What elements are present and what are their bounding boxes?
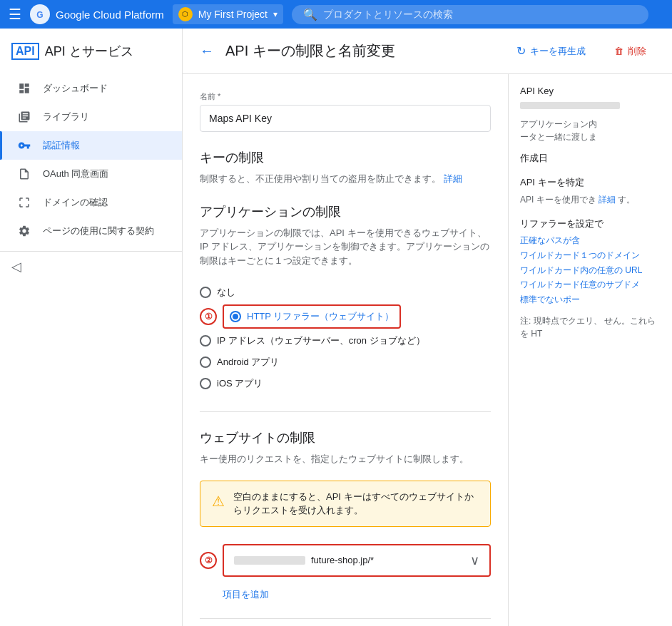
menu-icon[interactable]: ☰	[9, 6, 21, 23]
radio-none[interactable]: なし	[200, 282, 491, 303]
radio-ip[interactable]: IP アドレス（ウェブサーバー、cron ジョブなど）	[200, 330, 491, 352]
app-restriction-title: アプリケーションの制限	[200, 203, 491, 220]
sidebar-item-domain[interactable]: ドメインの確認	[0, 188, 182, 217]
sidebar-item-page-usage[interactable]: ページの使用に関する契約	[0, 217, 182, 245]
aside-bullet-4: ワイルドカード任意のサブドメ	[520, 279, 661, 291]
sidebar: API API とサービス ダッシュボード ライブラリ	[0, 29, 183, 626]
warning-icon: ⚠	[212, 491, 225, 512]
api-badge: API	[11, 43, 39, 59]
chevron-down-icon: ∨	[470, 553, 479, 568]
aside-specify-title: API キーを特定	[520, 176, 661, 189]
sidebar-item-credentials[interactable]: 認証情報	[0, 131, 182, 160]
radio-android-circle	[200, 356, 211, 368]
radio-ios-circle	[200, 378, 211, 389]
key-restriction-group: キーの制限 制限すると、不正使用や割り当ての盗用を防止できます。 詳細	[200, 149, 491, 186]
key-restriction-desc: 制限すると、不正使用や割り当ての盗用を防止できます。 詳細	[200, 172, 491, 186]
sidebar-item-dashboard[interactable]: ダッシュボード	[0, 74, 182, 103]
aside-bullet-3: ワイルドカード内の任意の URL	[520, 265, 661, 277]
website-restriction-desc: キー使用のリクエストを、指定したウェブサイトに制限します。	[200, 452, 491, 466]
sidebar-label-credentials: 認証情報	[43, 139, 80, 152]
sidebar-label-domain: ドメインの確認	[43, 196, 108, 209]
regenerate-button[interactable]: ↻ キーを再生成	[508, 40, 594, 62]
project-selector[interactable]: ⬡ My First Project ▾	[173, 4, 283, 24]
search-bar[interactable]: 🔍	[292, 5, 648, 24]
content-main: 名前 * キーの制限 制限すると、不正使用や割り当ての盗用を防止できます。 詳細…	[183, 74, 508, 626]
aside-specify-link[interactable]: 詳細	[599, 195, 616, 205]
radio-android[interactable]: Android アプリ	[200, 352, 491, 373]
aside-bullet-1: 正確なパスが含	[520, 235, 661, 247]
app-restriction-desc: アプリケーションの制限では、API キーを使用できるウェブサイト、IP アドレス…	[200, 226, 491, 268]
radio-ios[interactable]: iOS アプリ	[200, 373, 491, 394]
key-restriction-link[interactable]: 詳細	[444, 173, 462, 184]
regenerate-label: キーを再生成	[530, 45, 586, 58]
back-button[interactable]: ←	[200, 43, 214, 59]
svg-text:G: G	[36, 10, 43, 20]
website-restriction-title: ウェブサイトの制限	[200, 429, 491, 446]
sidebar-label-dashboard: ダッシュボード	[43, 82, 108, 95]
name-form-group: 名前 *	[200, 91, 491, 132]
page-actions: ↻ キーを再生成 🗑 削除	[508, 40, 655, 62]
radio-ip-circle	[200, 335, 211, 347]
header: ☰ G Google Cloud Platform ⬡ My First Pro…	[0, 0, 672, 29]
dashboard-icon	[17, 81, 31, 96]
radio-none-label: なし	[217, 286, 235, 299]
aside-bullet-list: 正確なパスが含 ワイルドカード１つのドメイン ワイルドカード内の任意の URL …	[520, 235, 661, 306]
warning-box: ⚠ 空白のままにすると、API キーはすべてのウェブサイトからリクエストを受け入…	[200, 481, 491, 527]
main-content: ← API キーの制限と名前変更 ↻ キーを再生成 🗑 削除 名前 *	[183, 29, 672, 626]
oauth-icon	[17, 167, 31, 181]
sidebar-header: API API とサービス	[0, 34, 182, 68]
sidebar-nav: ダッシュボード ライブラリ 認証情報 OAuth 同	[0, 68, 182, 251]
aside-referer-title: リファラーを設定で	[520, 217, 661, 230]
search-input[interactable]	[323, 9, 637, 20]
url-text: future-shop.jp/*	[311, 555, 374, 565]
url-entry-content: future-shop.jp/*	[234, 555, 470, 565]
warning-text: 空白のままにすると、API キーはすべてのウェブサイトからリクエストを受け入れま…	[233, 490, 479, 518]
delete-button[interactable]: 🗑 削除	[606, 41, 655, 62]
page-usage-icon	[17, 224, 31, 238]
page-header: ← API キーの制限と名前変更 ↻ キーを再生成 🗑 削除	[183, 29, 672, 74]
name-input[interactable]	[200, 105, 491, 132]
sidebar-collapse[interactable]: ◁	[0, 251, 182, 282]
aside-key-blurred	[520, 102, 620, 109]
aside-note: 注: 現時点でクエリ、 せん。これらを HT	[520, 314, 661, 340]
library-icon	[17, 110, 31, 124]
website-restriction-group: ウェブサイトの制限 キー使用のリクエストを、指定したウェブサイトに制限します。 …	[200, 429, 491, 601]
url-blurred	[234, 556, 305, 565]
url-entry-box[interactable]: future-shop.jp/* ∨	[223, 544, 491, 577]
section-divider-1	[200, 411, 491, 412]
delete-label: 削除	[628, 45, 646, 58]
aside-bullet-5: 標準でないポー	[520, 294, 661, 306]
gcp-logo-icon: G	[30, 4, 50, 24]
delete-icon: 🗑	[614, 46, 623, 56]
radio-ip-label: IP アドレス（ウェブサーバー、cron ジョブなど）	[217, 334, 425, 347]
radio-http-label: HTTP リファラー（ウェブサイト）	[247, 310, 394, 323]
collapse-icon: ◁	[11, 259, 21, 274]
layout: API API とサービス ダッシュボード ライブラリ	[0, 29, 672, 626]
search-icon: 🔍	[303, 8, 317, 21]
add-item-row: 項目を追加	[223, 583, 491, 601]
aside-api-key-title: API Key	[520, 86, 661, 96]
regenerate-icon: ↻	[516, 44, 526, 58]
logo-text: Google Cloud Platform	[56, 9, 164, 21]
header-logo: G Google Cloud Platform	[30, 4, 164, 24]
project-name: My First Project	[198, 9, 268, 20]
page-title: API キーの制限と名前変更	[225, 41, 497, 61]
aside-bullet-2: ワイルドカード１つのドメイン	[520, 250, 661, 262]
sidebar-item-oauth[interactable]: OAuth 同意画面	[0, 160, 182, 188]
add-item-link[interactable]: 項目を追加	[223, 588, 269, 601]
app-restriction-group: アプリケーションの制限 アプリケーションの制限では、API キーを使用できるウェ…	[200, 203, 491, 395]
aside-created-label: 作成日	[520, 152, 661, 165]
step-2-badge: ②	[200, 552, 217, 569]
sidebar-item-library[interactable]: ライブラリ	[0, 103, 182, 131]
project-icon: ⬡	[178, 7, 193, 21]
domain-icon	[17, 195, 31, 210]
radio-http[interactable]: HTTP リファラー（ウェブサイト）	[223, 304, 401, 329]
radio-ios-label: iOS アプリ	[217, 377, 263, 390]
sidebar-title: API とサービス	[45, 43, 133, 60]
aside-app-note: アプリケーション内 ータと一緒に渡しま	[520, 118, 661, 143]
content-aside: API Key アプリケーション内 ータと一緒に渡しま 作成日 API キーを特…	[508, 74, 672, 626]
name-label: 名前 *	[200, 91, 491, 102]
url-entry-row: ② future-shop.jp/* ∨	[200, 538, 491, 583]
section-divider-2	[200, 618, 491, 619]
sidebar-label-oauth: OAuth 同意画面	[43, 168, 108, 180]
